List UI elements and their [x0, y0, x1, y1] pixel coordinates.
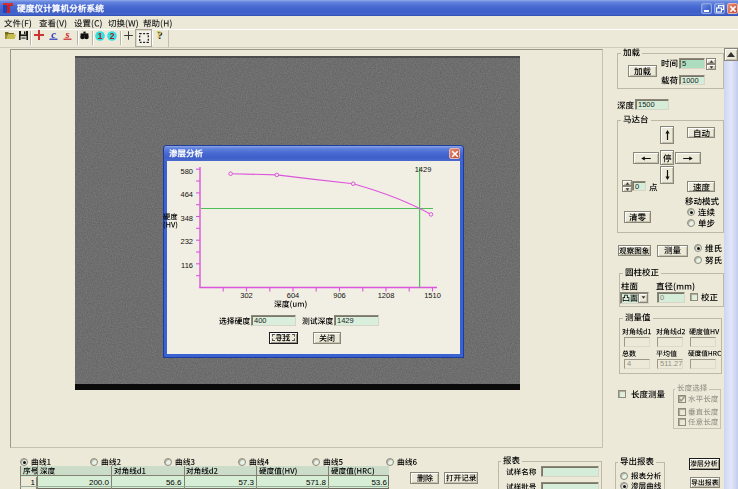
svg-text:2: 2 [110, 31, 115, 41]
svg-text:232: 232 [180, 237, 193, 246]
svg-text:348: 348 [180, 214, 193, 223]
svg-text:c: c [51, 31, 56, 40]
svg-text:1208: 1208 [378, 291, 395, 300]
svg-text:?: ? [156, 30, 162, 40]
svg-text:464: 464 [180, 190, 193, 199]
svg-text:1: 1 [98, 31, 103, 41]
svg-text:116: 116 [181, 261, 193, 270]
svg-text:580: 580 [180, 167, 193, 176]
svg-text:1429: 1429 [415, 165, 432, 174]
svg-text:1510: 1510 [424, 291, 441, 300]
svg-text:906: 906 [333, 291, 346, 300]
svg-text:604: 604 [287, 291, 300, 300]
svg-text:302: 302 [240, 291, 253, 300]
svg-text:s: s [64, 31, 69, 40]
